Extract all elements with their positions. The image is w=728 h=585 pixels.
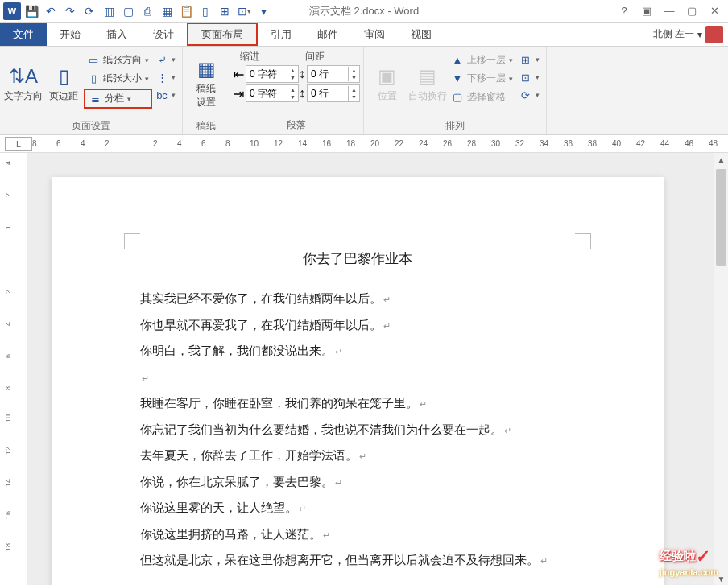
indent-right-icon: ⇥ [234,86,244,101]
send-backward-button[interactable]: ▼下移一层 [448,70,516,87]
word-app-icon[interactable]: W [3,2,21,20]
forward-icon: ▲ [451,54,464,67]
ruler-tick: 14 [298,139,307,148]
indent-left-input[interactable]: ▲▼ [246,65,299,83]
space-before-input[interactable]: ▲▼ [307,65,360,83]
tab-review[interactable]: 审阅 [351,23,398,46]
position-button[interactable]: ▣ 位置 [367,48,407,117]
customize-qat-icon[interactable]: ▾ [254,2,272,20]
tab-insert[interactable]: 插入 [93,23,140,46]
paragraph[interactable]: 你忘记了我们当初为什么要结婚，我也说不清我们为什么要在一起。↵ [140,418,575,442]
ruler-tick: 10 [4,414,12,422]
help-icon[interactable]: ? [614,2,635,20]
spin-down[interactable]: ▼ [349,93,359,101]
new-icon[interactable]: ▢ [119,2,137,20]
size-button[interactable]: ▯纸张大小 [84,70,152,87]
label2: 设置 [196,96,216,109]
wrap-text-button[interactable]: ▤ 自动换行 [407,48,448,117]
spin-down[interactable]: ▼ [287,93,298,101]
rotate-button[interactable]: ⟳ [516,87,543,103]
tab-selector[interactable]: L [5,137,32,151]
paragraph[interactable]: 我睡在客厅，你睡在卧室，我们养的狗呆在笼子里。↵ [140,392,575,415]
paragraph[interactable]: 去年夏天，你辞去了工作，开始学法语。↵ [140,444,575,468]
document-body[interactable]: 其实我已经不爱你了，在我们结婚两年以后。↵你也早就不再爱我了，在我们结婚两年以后… [140,287,575,585]
open-icon[interactable]: ▥ [100,2,118,20]
tab-file[interactable]: 文件 [0,23,47,46]
tab-references[interactable]: 引用 [258,23,304,46]
maximize-icon[interactable]: ▢ [681,2,702,20]
vertical-ruler[interactable]: 42124681012141618 [0,153,27,585]
line-numbers-button[interactable]: ⋮ [152,69,179,85]
zoom-icon[interactable]: ⊞ [216,2,234,20]
tab-layout[interactable]: 页面布局 [187,23,258,46]
scroll-thumb[interactable] [716,169,726,266]
tab-view[interactable]: 视图 [398,23,445,46]
minimize-icon[interactable]: — [659,2,680,20]
paragraph[interactable]: 但这就是北京，呆在这里你想离开它，但当离开以后就会迫不及待想回来。↵ [140,549,575,572]
paragraph[interactable]: 其实我已经不爱你了，在我们结婚两年以后。↵ [140,287,575,311]
table-icon[interactable]: ▦ [158,2,176,20]
spin-up[interactable]: ▲ [349,67,359,74]
spin-up[interactable]: ▲ [287,86,298,93]
text-direction-button[interactable]: ⇅A 文字方向 [3,48,43,117]
hyphenation-button[interactable]: bc [152,87,179,103]
redo-icon[interactable]: ↷ [61,2,79,20]
selection-pane-button[interactable]: ▢选择窗格 [448,89,516,105]
scroll-up-icon[interactable]: ▲ [714,153,728,166]
page[interactable]: 你去了巴黎作业本 其实我已经不爱你了，在我们结婚两年以后。↵你也早就不再爱我了，… [52,177,664,585]
align-button[interactable]: ⊞ [516,51,543,68]
orientation-button[interactable]: ▭纸张方向 [84,51,152,68]
ribbon-options-icon[interactable]: ▣ [636,2,657,20]
bring-forward-button[interactable]: ▲上移一层 [448,51,516,68]
spacing-label: 间距 [299,50,360,64]
space-after-input[interactable]: ▲▼ [307,84,360,102]
group-button[interactable]: ⊡ [516,69,543,85]
user-area[interactable]: 北侧 左一 ▾ [653,23,728,46]
paragraph[interactable]: ↵ [140,366,575,389]
breaks-button[interactable]: ⤶ [152,51,179,68]
spin-down[interactable]: ▼ [349,74,359,81]
manuscript-button[interactable]: ▦ 稿纸 设置 [186,48,226,117]
paste-icon[interactable]: 📋 [177,2,195,20]
ruler-tick: 42 [636,139,645,148]
spin-up[interactable]: ▲ [349,86,359,93]
page-icon[interactable]: ▯ [196,2,214,20]
watermark-brand: 经验啦 [660,549,696,562]
paragraph[interactable]: 你说这里拥挤的马路，让人迷茫。↵ [140,523,575,546]
paragraph[interactable]: 你明白，我了解，我们都没说出来。↵ [140,340,575,363]
horizontal-ruler[interactable]: L 86422468101214161820222426283032343638… [0,135,728,153]
undo-icon[interactable]: ↶ [42,2,60,20]
page-viewport[interactable]: 你去了巴黎作业本 其实我已经不爱你了，在我们结婚两年以后。↵你也早就不再爱我了，… [27,153,714,585]
spin-up[interactable]: ▲ [287,67,298,74]
user-dropdown-icon[interactable]: ▾ [697,29,702,40]
ruler-tick: 18 [4,543,12,551]
tab-mailings[interactable]: 邮件 [304,23,351,46]
save-icon[interactable]: 💾 [23,2,40,20]
paragraph[interactable]: 你说这里雾的天，让人绝望。↵ [140,496,575,520]
user-avatar[interactable] [705,26,723,43]
spin-down[interactable]: ▼ [287,74,298,81]
ruler-tick: 2 [4,193,12,197]
paragraph[interactable]: 你说，你在北京呆腻了，要去巴黎。↵ [140,471,575,494]
tab-design[interactable]: 设计 [140,23,187,46]
refresh-icon[interactable]: ⟳ [81,2,98,20]
paragraph[interactable]: 你也早就不再爱我了，在我们结婚两年以后。↵ [140,314,575,337]
ruler-tick: 16 [322,139,331,148]
vertical-scrollbar[interactable]: ▲ ▼ [714,153,728,585]
indent-right-input[interactable]: ▲▼ [246,84,299,102]
document-title[interactable]: 你去了巴黎作业本 [140,249,575,268]
print-icon[interactable]: ⎙ [139,2,156,20]
label: 页边距 [49,89,78,103]
more-icon[interactable]: ⊡ [235,2,253,20]
tab-home[interactable]: 开始 [47,23,93,46]
margins-button[interactable]: ▯ 页边距 [43,48,84,117]
close-icon[interactable]: ✕ [704,2,725,20]
space-after-icon: ↕ [299,86,305,101]
ruler-tick: 44 [660,139,669,148]
document-area: 42124681012141618 你去了巴黎作业本 其实我已经不爱你了，在我们… [0,153,728,585]
ruler-tick: 4 [81,139,85,148]
paragraph[interactable]: ↵ [140,575,575,586]
ruler-tick: 4 [4,322,12,326]
ruler-tick: 6 [56,139,61,148]
columns-button[interactable]: ≣分栏 [84,89,152,109]
